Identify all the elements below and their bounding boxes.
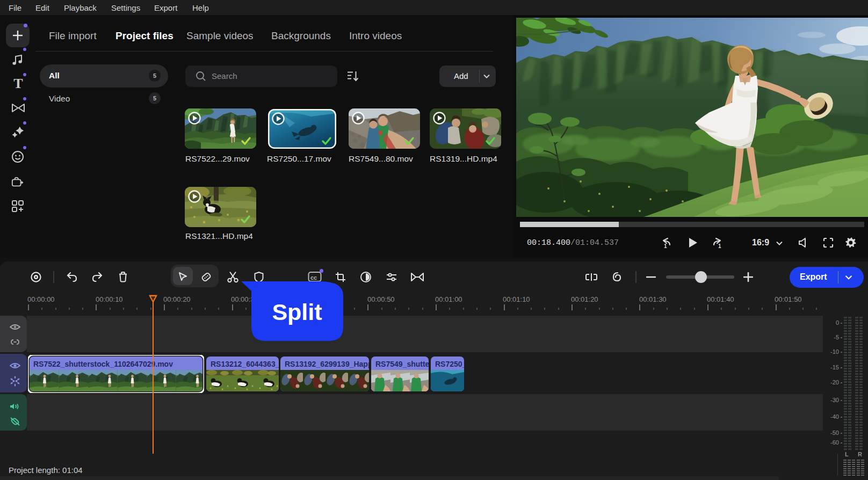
svg-text:RS7250_: RS7250_ <box>435 360 464 368</box>
svg-text:RS13192_6299139_Happy: RS13192_6299139_Happy <box>285 360 369 368</box>
svg-text:RS7549_shutte: RS7549_shutte <box>375 360 429 368</box>
svg-text:RS13212_6044363_L: RS13212_6044363_L <box>211 360 279 368</box>
svg-text:Split: Split <box>272 299 322 325</box>
svg-text:1: 1 <box>718 243 721 249</box>
svg-text:1: 1 <box>664 243 667 249</box>
